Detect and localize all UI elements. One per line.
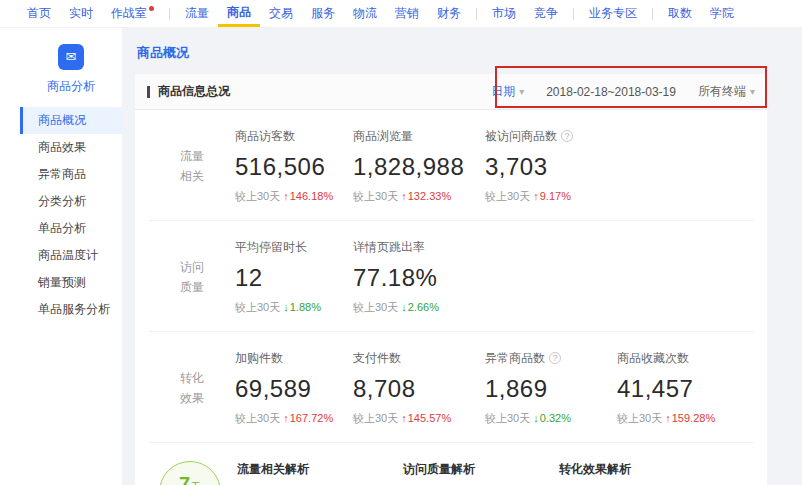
sidebar-item-product-effect[interactable]: 商品效果: [20, 134, 122, 161]
insight-traffic-analysis: 流量相关解析 虽然商品详情页日均跳出率比同行平均好，但平均停留时间低于同行平均，…: [237, 461, 387, 485]
metric-visited-products: 被访问商品数? 3,703 较上30天↑9.17%: [485, 128, 617, 204]
metric-value: 1,828,988: [353, 155, 485, 179]
metric-product-visitors: 商品访客数 516,506 较上30天↑146.18%: [235, 128, 353, 204]
metric-value: 69,589: [235, 377, 353, 401]
nav-divider: [476, 8, 477, 20]
metric-row-traffic: 流量相关 商品访客数 516,506 较上30天↑146.18% 商品浏览量 1…: [149, 110, 753, 221]
top-nav: 首页 实时 作战室 流量 商品 交易 服务 物流 营销 财务 市场 竞争 业务专…: [0, 0, 802, 28]
arrow-up-icon: ↑: [665, 412, 671, 424]
terminal-dropdown[interactable]: 所有终端▾: [698, 83, 755, 100]
help-icon[interactable]: ?: [549, 352, 561, 364]
insight-conversion-analysis: 转化效果解析 加购转化率表现还不错，但支付转化率低于同行平均，赶快到营销商品里查…: [559, 461, 751, 485]
arrow-down-icon: ↓: [401, 301, 407, 313]
date-range-picker[interactable]: 2018-02-18~2018-03-19: [546, 85, 676, 99]
insight-visit-quality-analysis: 访问质量解析 商品浏览量近30天提升较多，但平均停留时长低于同行平均，建议优化详…: [403, 461, 543, 485]
panel-body: 流量相关 商品访客数 516,506 较上30天↑146.18% 商品浏览量 1…: [135, 110, 767, 485]
nav-item-products[interactable]: 商品: [218, 0, 260, 27]
metric-value: 516,506: [235, 155, 353, 179]
arrow-up-icon: ↑: [401, 190, 407, 202]
nav-divider: [573, 8, 574, 20]
metric-detail-bounce-rate: 详情页跳出率 77.18% 较上30天↓2.66%: [353, 239, 485, 315]
nav-item-label: 作战室: [111, 5, 147, 22]
sidebar: ✉ 商品分析 商品概况 商品效果 异常商品 分类分析 单品分析 商品温度计 销量…: [0, 28, 122, 485]
arrow-up-icon: ↑: [283, 190, 289, 202]
nav-divider: [652, 8, 653, 20]
arrow-down-icon: ↓: [283, 301, 289, 313]
overview-panel: 商品信息总况 日期▾ 2018-02-18~2018-03-19 所有终端▾ 流…: [135, 74, 767, 485]
metric-value: 3,703: [485, 155, 617, 179]
group-label-conversion: 转化效果: [149, 350, 235, 426]
data-insight-badge: 7天 数据解读: [159, 461, 221, 485]
filter-bar: 日期▾ 2018-02-18~2018-03-19 所有终端▾: [491, 83, 755, 100]
nav-item-warroom[interactable]: 作战室: [102, 0, 163, 27]
sidebar-item-single-product-analysis[interactable]: 单品分析: [20, 215, 122, 242]
sidebar-item-single-product-service[interactable]: 单品服务分析: [20, 296, 122, 323]
nav-item-market[interactable]: 市场: [483, 0, 525, 27]
sidebar-section-title: 商品分析: [20, 78, 122, 95]
arrow-up-icon: ↑: [533, 190, 539, 202]
chevron-down-icon: ▾: [750, 86, 755, 97]
mail-glyph: ✉: [66, 49, 77, 64]
terminal-label: 所有终端: [698, 84, 746, 98]
nav-item-logistics[interactable]: 物流: [344, 0, 386, 27]
sidebar-item-sales-forecast[interactable]: 销量预测: [20, 269, 122, 296]
arrow-up-icon: ↑: [401, 412, 407, 424]
sidebar-menu: 商品概况 商品效果 异常商品 分类分析 单品分析 商品温度计 销量预测 单品服务…: [20, 107, 122, 323]
nav-item-competition[interactable]: 竞争: [525, 0, 567, 27]
panel-header: 商品信息总况 日期▾ 2018-02-18~2018-03-19 所有终端▾: [135, 74, 767, 110]
help-icon[interactable]: ?: [561, 130, 573, 142]
metric-paid-items: 支付件数 8,708 较上30天↑145.57%: [353, 350, 485, 426]
nav-item-academy[interactable]: 学院: [701, 0, 743, 27]
metric-value: 8,708: [353, 377, 485, 401]
sidebar-item-product-overview[interactable]: 商品概况: [20, 107, 122, 134]
nav-item-data-fetch[interactable]: 取数: [659, 0, 701, 27]
nav-item-traffic[interactable]: 流量: [176, 0, 218, 27]
metric-value: 77.18%: [353, 266, 485, 290]
metric-avg-stay-duration: 平均停留时长 12 较上30天↓1.88%: [235, 239, 353, 315]
group-label-traffic: 流量相关: [149, 128, 235, 204]
nav-item-business-zone[interactable]: 业务专区: [580, 0, 646, 27]
metric-value: 41,457: [617, 377, 749, 401]
chevron-down-icon: ▾: [519, 86, 524, 97]
mail-icon: ✉: [58, 44, 84, 70]
metric-favorites: 商品收藏次数 41,457 较上30天↑159.28%: [617, 350, 749, 426]
page-title: 商品概况: [137, 44, 767, 62]
arrow-up-icon: ↑: [283, 412, 289, 424]
metric-row-conversion: 转化效果 加购件数 69,589 较上30天↑167.72% 支付件数 8,70…: [149, 332, 753, 443]
sidebar-item-abnormal-products[interactable]: 异常商品: [20, 161, 122, 188]
sidebar-item-category-analysis[interactable]: 分类分析: [20, 188, 122, 215]
sidebar-section-header: ✉ 商品分析: [20, 28, 122, 107]
nav-item-finance[interactable]: 财务: [428, 0, 470, 27]
new-badge-icon: [149, 6, 154, 11]
nav-item-trade[interactable]: 交易: [260, 0, 302, 27]
nav-item-marketing[interactable]: 营销: [386, 0, 428, 27]
arrow-down-icon: ↓: [533, 412, 539, 424]
panel-title: 商品信息总况: [158, 83, 230, 100]
nav-item-realtime[interactable]: 实时: [60, 0, 102, 27]
date-type-dropdown[interactable]: 日期▾: [491, 83, 524, 100]
insights-section: 7天 数据解读 流量相关解析 虽然商品详情页日均跳出率比同行平均好，但平均停留时…: [149, 443, 753, 485]
metric-abnormal-products: 异常商品数? 1,869 较上30天↓0.32%: [485, 350, 617, 426]
nav-divider: [169, 8, 170, 20]
group-label-visit-quality: 访问质量: [149, 239, 235, 315]
header-accent-bar: [147, 86, 150, 98]
sidebar-item-product-thermometer[interactable]: 商品温度计: [20, 242, 122, 269]
metric-row-visit-quality: 访问质量 平均停留时长 12 较上30天↓1.88% 详情页跳出率 77.18%…: [149, 221, 753, 332]
nav-item-home[interactable]: 首页: [18, 0, 60, 27]
date-type-label: 日期: [491, 84, 515, 98]
metric-value: 12: [235, 266, 353, 290]
metric-cart-adds: 加购件数 69,589 较上30天↑167.72%: [235, 350, 353, 426]
nav-item-service[interactable]: 服务: [302, 0, 344, 27]
metric-product-views: 商品浏览量 1,828,988 较上30天↑132.33%: [353, 128, 485, 204]
metric-value: 1,869: [485, 377, 617, 401]
main-content: 商品概况 商品信息总况 日期▾ 2018-02-18~2018-03-19 所有…: [122, 28, 802, 485]
